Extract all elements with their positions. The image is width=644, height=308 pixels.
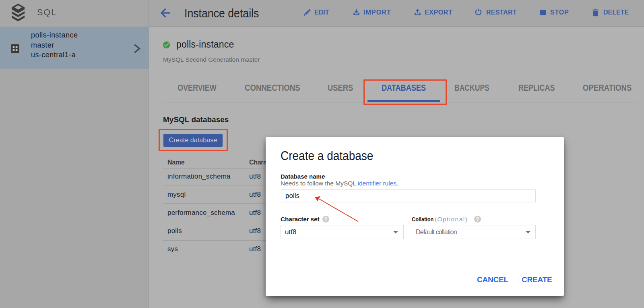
svg-text:?: ? [476, 216, 479, 222]
